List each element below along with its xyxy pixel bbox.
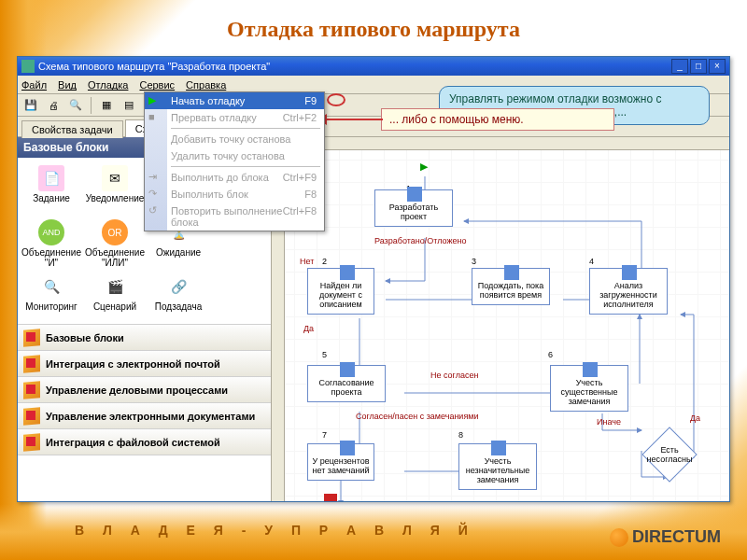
toolbar-separator bbox=[91, 97, 92, 114]
node-doc-found[interactable]: Найден ли документ с описанием bbox=[307, 268, 374, 315]
node-wait-time[interactable]: Подождать, пока появится время bbox=[472, 268, 550, 305]
section-label: Управление деловыми процессами bbox=[46, 385, 228, 396]
node-icon bbox=[407, 187, 422, 202]
menu-item-start-debug[interactable]: ▶Начать отладкуF9 bbox=[145, 92, 324, 109]
cube-icon bbox=[23, 356, 40, 372]
footer-motto: В Л А Д Е Я - У П Р А В Л Я Й bbox=[75, 523, 475, 538]
menu-item-add-breakpoint[interactable]: Добавить точку останова bbox=[145, 131, 324, 147]
cube-icon bbox=[23, 434, 40, 451]
window-titlebar[interactable]: Схема типового маршрута "Разработка прое… bbox=[18, 57, 729, 76]
logo-orb-icon bbox=[610, 528, 628, 547]
menu-item-shortcut: F9 bbox=[304, 95, 317, 106]
diagram-canvas[interactable]: ▶ 1 Разработать проект Разработано/Отлож… bbox=[272, 137, 729, 501]
block-and[interactable]: ANDОбъединение "И" bbox=[21, 217, 81, 270]
menu-file[interactable]: Файл bbox=[21, 79, 47, 91]
block-script[interactable]: 🎬Сценарий bbox=[85, 272, 145, 324]
menu-item-shortcut: Ctrl+F2 bbox=[283, 112, 317, 123]
run-to-icon: ⇥ bbox=[148, 171, 163, 186]
menu-item-run-block[interactable]: ↷Выполнить блокF8 bbox=[145, 186, 324, 203]
footer-logo: DIRECTUM bbox=[610, 527, 721, 547]
maximize-button[interactable]: □ bbox=[690, 59, 707, 74]
node-no-remarks[interactable]: У рецензентов нет замечаний bbox=[307, 443, 374, 481]
block-subtask[interactable]: 🔗Подзадача bbox=[148, 272, 208, 324]
node-disagree-diamond[interactable]: Есть несогласны bbox=[641, 434, 698, 475]
repeat-icon: ↺ bbox=[148, 204, 163, 219]
edge-label: Разработано/Отложено bbox=[374, 236, 466, 245]
section-bpm[interactable]: Управление деловыми процессами bbox=[18, 377, 271, 403]
node-number: 6 bbox=[548, 350, 553, 359]
block-monitoring[interactable]: 🔍Мониторинг bbox=[21, 272, 81, 324]
block-task[interactable]: 📄Задание bbox=[21, 163, 81, 216]
edge-label: Не согласен bbox=[430, 371, 478, 380]
section-label: Управление электронными документами bbox=[46, 411, 255, 422]
menu-item-label: Начать отладку bbox=[171, 95, 245, 106]
window-title: Схема типового маршрута "Разработка прое… bbox=[38, 61, 669, 72]
menu-service[interactable]: Сервис bbox=[139, 79, 175, 91]
node-consider-major[interactable]: Учесть существенные замечания bbox=[550, 365, 628, 412]
menu-debug[interactable]: Отладка bbox=[88, 79, 128, 91]
section-label: Базовые блоки bbox=[46, 332, 124, 343]
node-number: 3 bbox=[472, 257, 476, 266]
section-basic-blocks[interactable]: Базовые блоки bbox=[18, 325, 271, 351]
section-email[interactable]: Интеграция с электронной почтой bbox=[18, 351, 271, 377]
block-label: Объединение "ИЛИ" bbox=[85, 247, 145, 268]
block-label: Подзадача bbox=[155, 301, 202, 312]
sidebar-sections: Базовые блоки Интеграция с электронной п… bbox=[18, 324, 271, 455]
edge-label: Согласен/пасен с замечаниями bbox=[356, 412, 478, 421]
menu-item-label: Прервать отладку bbox=[171, 112, 257, 123]
menu-item-stop-debug[interactable]: ■Прервать отладкуCtrl+F2 bbox=[145, 109, 324, 126]
menu-help[interactable]: Справка bbox=[186, 79, 226, 91]
node-number: 4 bbox=[589, 257, 594, 266]
menu-item-repeat-block[interactable]: ↺Повторить выполнение блокаCtrl+F8 bbox=[145, 203, 324, 231]
block-label: Задание bbox=[33, 193, 70, 203]
close-button[interactable]: × bbox=[709, 59, 726, 74]
section-label: Интеграция с электронной почтой bbox=[46, 358, 220, 370]
edge-label: Нет bbox=[300, 257, 314, 266]
block-notification[interactable]: ✉Уведомление bbox=[85, 163, 145, 216]
menu-view[interactable]: Вид bbox=[58, 79, 77, 91]
block-label: Ожидание bbox=[156, 247, 201, 258]
flow-start-icon[interactable]: ▶ bbox=[416, 158, 432, 175]
slide-title: Отладка типового маршрута bbox=[0, 17, 747, 42]
edge-label: Да bbox=[303, 324, 314, 333]
tb-save-icon[interactable]: 💾 bbox=[21, 96, 40, 115]
tab-task-properties[interactable]: Свойства задачи bbox=[21, 120, 123, 138]
node-label: Есть несогласны bbox=[641, 434, 698, 475]
node-analyze-load[interactable]: Анализ загруженности исполнителя bbox=[589, 268, 668, 315]
tb-preview-icon[interactable]: 🔍 bbox=[66, 96, 85, 115]
svg-point-0 bbox=[328, 94, 345, 105]
node-icon bbox=[504, 265, 519, 280]
section-fs[interactable]: Интеграция с файловой системой bbox=[18, 429, 271, 455]
menu-item-run-to-block[interactable]: ⇥Выполнить до блокаCtrl+F9 bbox=[145, 169, 324, 186]
callout-menu-tip: ... либо с помощью меню. bbox=[381, 108, 614, 131]
menu-separator bbox=[171, 166, 320, 167]
tb-blocks-icon[interactable]: ▤ bbox=[120, 96, 138, 115]
tb-print-icon[interactable]: 🖨 bbox=[44, 96, 63, 115]
node-approval[interactable]: Согласование проекта bbox=[307, 365, 386, 402]
callout-ellipse-icon bbox=[327, 93, 345, 118]
block-label: Сценарий bbox=[93, 301, 136, 312]
node-number: 7 bbox=[322, 430, 327, 440]
menu-item-label: Повторить выполнение блока bbox=[171, 205, 283, 228]
node-minor-remarks[interactable]: Учесть незначительные замечания bbox=[458, 443, 537, 490]
debug-dropdown-menu: ▶Начать отладкуF9 ■Прервать отладкуCtrl+… bbox=[144, 91, 325, 231]
node-label: Разработать проект bbox=[389, 203, 438, 221]
node-label: Подождать, пока появится время bbox=[478, 281, 543, 300]
menu-separator bbox=[171, 128, 320, 129]
menu-item-remove-breakpoint[interactable]: Удалить точку останова bbox=[145, 147, 324, 164]
edge-label: Иначе bbox=[597, 417, 621, 427]
node-develop-project[interactable]: Разработать проект bbox=[374, 189, 453, 227]
menu-item-shortcut: Ctrl+F8 bbox=[283, 205, 317, 228]
menu-item-label: Выполнить блок bbox=[171, 189, 248, 200]
section-edm[interactable]: Управление электронными документами bbox=[18, 403, 271, 429]
flow-stop-icon[interactable] bbox=[324, 494, 337, 501]
block-or[interactable]: ORОбъединение "ИЛИ" bbox=[85, 217, 145, 270]
node-number: 5 bbox=[322, 350, 327, 359]
tb-props-icon[interactable]: ▦ bbox=[97, 96, 116, 115]
stop-icon: ■ bbox=[148, 111, 163, 126]
node-label: Учесть незначительные замечания bbox=[466, 456, 530, 484]
play-icon: ▶ bbox=[148, 94, 163, 109]
node-icon bbox=[340, 441, 355, 455]
node-number: 2 bbox=[322, 257, 327, 266]
minimize-button[interactable]: _ bbox=[671, 59, 688, 74]
